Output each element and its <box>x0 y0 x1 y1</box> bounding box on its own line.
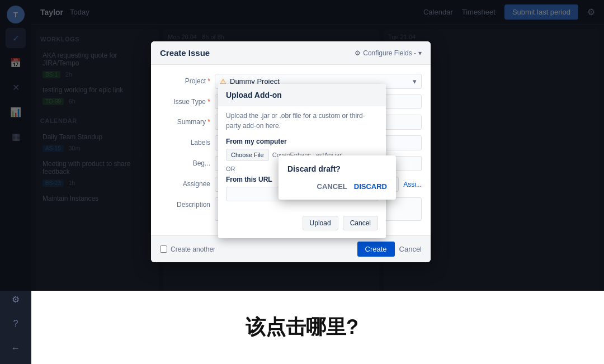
upload-modal-header: Upload Add-on <box>218 84 386 106</box>
from-computer-label: From my computer <box>226 138 378 145</box>
question-text: 该点击哪里? <box>246 314 358 341</box>
upload-cancel-button[interactable]: Cancel <box>343 216 378 230</box>
discard-actions: CANCEL DISCARD <box>287 182 387 191</box>
create-another-checkbox[interactable] <box>160 245 167 253</box>
labels-label: Labels <box>160 135 210 146</box>
cancel-link[interactable]: Cancel <box>399 245 422 253</box>
configure-fields-label: Configure Fields - <box>363 49 416 57</box>
upload-button[interactable]: Upload <box>303 216 338 230</box>
select-chevron: ▾ <box>413 77 417 86</box>
choose-file-button[interactable]: Choose File <box>226 149 269 161</box>
sidebar-icon-back[interactable]: ← <box>6 338 26 358</box>
assignee-label: Assignee <box>160 177 210 188</box>
gear-icon: ⚙ <box>355 49 361 57</box>
upload-description: Upload the .jar or .obr file for a custo… <box>226 111 378 131</box>
summary-label: Summary * <box>160 115 210 126</box>
modal-header: Create Issue ⚙ Configure Fields - ▾ <box>151 41 431 65</box>
discard-title: Discard draft? <box>287 164 387 173</box>
create-another-row: Create another <box>160 245 215 253</box>
sidebar-icon-settings[interactable]: ⚙ <box>6 289 26 309</box>
upload-modal-footer: Upload Cancel <box>218 216 386 238</box>
chevron-down-icon: ▾ <box>418 49 422 57</box>
modal-title: Create Issue <box>160 48 210 58</box>
issue-type-label: Issue Type * <box>160 94 210 106</box>
create-another-label: Create another <box>171 245 215 253</box>
sidebar-icon-help[interactable]: ? <box>6 314 26 334</box>
begin-label: Beg... <box>160 156 210 167</box>
create-button[interactable]: Create <box>357 242 395 257</box>
assign-to-me-link[interactable]: Assi... <box>403 181 422 188</box>
discard-dialog: Discard draft? CANCEL DISCARD <box>279 155 396 200</box>
discard-confirm-button[interactable]: DISCARD <box>354 182 387 191</box>
discard-cancel-button[interactable]: CANCEL <box>317 182 347 191</box>
configure-fields[interactable]: ⚙ Configure Fields - ▾ <box>355 49 422 57</box>
modal-footer: Create another Create Cancel <box>151 235 431 262</box>
upload-modal-title: Upload Add-on <box>226 91 378 100</box>
description-label: Description <box>160 197 210 209</box>
question-area: 该点击哪里? <box>0 291 604 364</box>
project-label: Project * <box>160 74 210 85</box>
